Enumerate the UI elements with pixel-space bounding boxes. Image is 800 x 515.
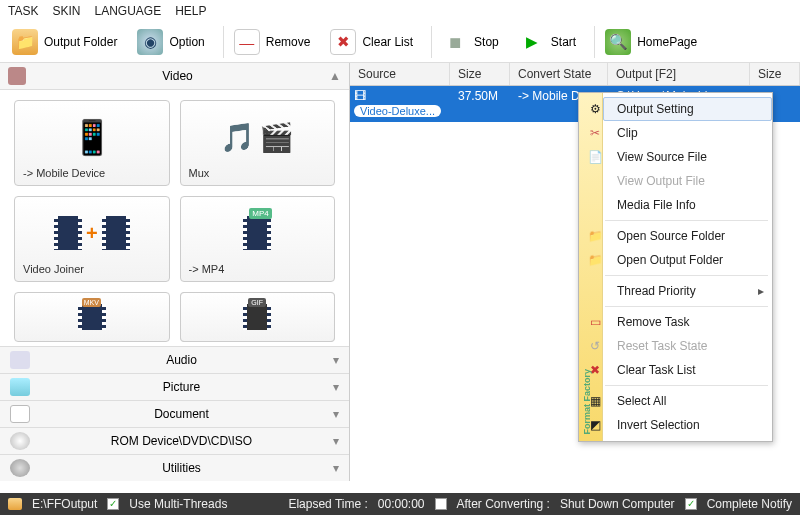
badge: GIF [248,298,266,307]
separator [431,26,432,58]
homepage-label: HomePage [637,35,697,49]
tile-mkv[interactable]: MKV [14,292,170,342]
chevron-down-icon: ▾ [333,353,339,367]
blank-icon [587,283,603,299]
menu-remove-task[interactable]: ▭Remove Task [603,310,772,334]
menu-bar: TASK SKIN LANGUAGE HELP [0,0,800,22]
status-output-path[interactable]: E:\FFOutput [32,497,97,511]
remove-button[interactable]: — Remove [228,27,317,57]
menu-language[interactable]: LANGUAGE [94,4,161,18]
tile-label: -> Mobile Device [23,167,161,179]
folder-icon: 📁 [12,29,38,55]
tile-mobile-device[interactable]: 📱 -> Mobile Device [14,100,170,186]
video-file-icon: 🎞 [354,89,366,103]
tile-label: Video Joiner [23,263,161,275]
category-document[interactable]: Document▾ [0,400,349,427]
gear-icon: ◉ [137,29,163,55]
complete-notify-label: Complete Notify [707,497,792,511]
start-button[interactable]: ▶ Start [513,27,582,57]
homepage-button[interactable]: 🔍 HomePage [599,27,703,57]
col-size2[interactable]: Size [750,63,800,85]
category-picture[interactable]: Picture▾ [0,373,349,400]
menu-thread-priority[interactable]: Thread Priority▸ [603,279,772,303]
stop-label: Stop [474,35,499,49]
file-icon [587,173,603,189]
after-converting-value[interactable]: Shut Down Computer [560,497,675,511]
option-label: Option [169,35,204,49]
menu-label: Thread Priority [617,284,696,298]
menu-separator [605,385,768,386]
menu-label: Remove Task [617,315,689,329]
category-rom[interactable]: ROM Device\DVD\CD\ISO▾ [0,427,349,454]
chevron-down-icon: ▾ [333,461,339,475]
menu-skin[interactable]: SKIN [52,4,80,18]
menu-task[interactable]: TASK [8,4,38,18]
menu-invert-selection[interactable]: ◩Invert Selection [603,413,772,437]
menu-select-all[interactable]: ▦Select All [603,389,772,413]
chevron-down-icon: ▾ [333,434,339,448]
menu-media-file-info[interactable]: Media File Info [603,193,772,217]
invert-icon: ◩ [587,417,603,433]
select-all-icon: ▦ [587,393,603,409]
folder-icon: 📁 [587,252,603,268]
category-audio[interactable]: Audio▾ [0,346,349,373]
menu-separator [605,275,768,276]
category-video-header[interactable]: Video ▲ [0,63,349,90]
elapsed-label: Elapsed Time : [288,497,367,511]
badge: MKV [82,298,101,307]
globe-icon: 🔍 [605,29,631,55]
submenu-arrow-icon: ▸ [758,284,764,298]
menu-clear-task-list[interactable]: ✖Clear Task List [603,358,772,382]
col-output[interactable]: Output [F2] [608,63,750,85]
play-icon: ▶ [519,29,545,55]
category-video-title: Video [36,69,319,83]
picture-icon [10,378,30,396]
menu-label: View Source File [617,150,707,164]
badge: MP4 [249,208,271,219]
col-state[interactable]: Convert State [510,63,608,85]
tile-video-joiner[interactable]: + Video Joiner [14,196,170,282]
menu-label: Reset Task State [617,339,708,353]
menu-open-source-folder[interactable]: 📁Open Source Folder [603,224,772,248]
folder-icon: 📁 [587,228,603,244]
video-icon [8,67,26,85]
utilities-icon [10,459,30,477]
cell-source: Video-Deluxe... [354,105,441,117]
clear-list-button[interactable]: ✖ Clear List [324,27,419,57]
menu-separator [605,220,768,221]
after-converting-checkbox[interactable]: ✓ [435,498,447,510]
multi-threads-checkbox[interactable]: ✓ [107,498,119,510]
clear-list-label: Clear List [362,35,413,49]
tile-mp4[interactable]: MP4 -> MP4 [180,196,336,282]
menu-label: Output Setting [617,102,694,116]
menu-clip[interactable]: ✂Clip [603,121,772,145]
category-label: ROM Device\DVD\CD\ISO [40,434,323,448]
clear-icon: ✖ [330,29,356,55]
context-menu: Format Factory ⚙Output Setting ✂Clip 📄Vi… [578,92,773,442]
document-icon [10,405,30,423]
category-label: Audio [40,353,323,367]
toolbar: 📁 Output Folder ◉ Option — Remove ✖ Clea… [0,22,800,63]
menu-help[interactable]: HELP [175,4,206,18]
col-source[interactable]: Source [350,63,450,85]
stop-button[interactable]: ◼ Stop [436,27,505,57]
category-utilities[interactable]: Utilities▾ [0,454,349,481]
menu-view-output-file: View Output File [603,169,772,193]
tile-gif[interactable]: GIF [180,292,336,342]
menu-label: View Output File [617,174,705,188]
output-folder-button[interactable]: 📁 Output Folder [6,27,123,57]
reset-icon: ↺ [587,338,603,354]
menu-view-source-file[interactable]: 📄View Source File [603,145,772,169]
menu-open-output-folder[interactable]: 📁Open Output Folder [603,248,772,272]
complete-notify-checkbox[interactable]: ✓ [685,498,697,510]
info-icon [587,197,603,213]
tile-label: -> MP4 [189,263,327,275]
tile-mux[interactable]: 🎵🎬 Mux [180,100,336,186]
category-label: Document [40,407,323,421]
menu-output-setting[interactable]: ⚙Output Setting [603,97,772,121]
remove-icon: ▭ [587,314,603,330]
option-button[interactable]: ◉ Option [131,27,210,57]
chevron-down-icon: ▾ [333,380,339,394]
col-size[interactable]: Size [450,63,510,85]
menu-label: Invert Selection [617,418,700,432]
